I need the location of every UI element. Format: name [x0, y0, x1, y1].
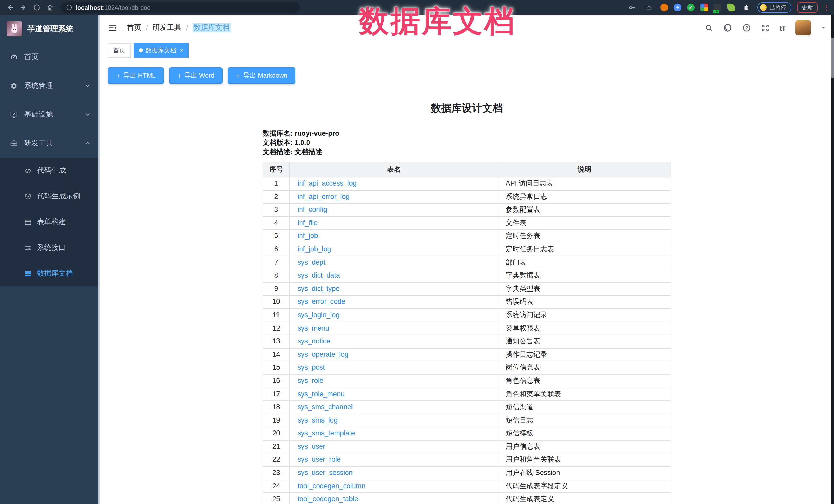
table-desc: 字典类型表 — [499, 283, 671, 295]
home-icon[interactable] — [44, 2, 56, 13]
sidebar-item-dev-tools[interactable]: 研发工具 — [0, 129, 100, 158]
sidebar-item-infrastructure[interactable]: 基础设施 — [0, 100, 100, 129]
table-row: 9 sys_dict_type 字典类型表 — [263, 282, 671, 295]
table-name-link[interactable]: sys_sms_log — [298, 416, 337, 424]
extension-grid-icon[interactable] — [700, 4, 708, 11]
bookmark-star-icon[interactable]: ☆ — [643, 2, 655, 13]
table-row: 25 tool_codegen_table 代码生成表定义 — [263, 493, 671, 504]
close-icon[interactable]: × — [180, 47, 183, 53]
scrollbar-thumb[interactable] — [831, 38, 834, 78]
table-row: 2 inf_api_error_log 系统异常日志 — [263, 190, 671, 203]
table-name-link[interactable]: sys_post — [298, 364, 325, 371]
extension-leaf-icon[interactable] — [727, 4, 735, 11]
table-name-link[interactable]: sys_sms_template — [298, 430, 355, 437]
row-index: 5 — [263, 230, 290, 243]
address-bar[interactable]: localhost:1024/tool/db-doc — [61, 2, 300, 13]
help-icon[interactable]: ? — [742, 23, 751, 32]
user-menu-caret-icon[interactable] — [821, 23, 826, 32]
export-markdown-button[interactable]: + 导出 Markdown — [228, 67, 296, 84]
site-info-icon[interactable] — [66, 4, 72, 11]
table-name-link[interactable]: sys_operate_log — [298, 350, 348, 358]
password-key-icon[interactable] — [627, 2, 638, 13]
table-desc: 参数配置表 — [499, 203, 671, 216]
sidebar-item-code-generation[interactable]: 代码生成 — [0, 158, 100, 183]
breadcrumb-dev-tools[interactable]: 研发工具 — [153, 23, 181, 32]
table-desc: 代码生成表字段定义 — [499, 480, 671, 492]
export-word-button[interactable]: + 导出 Word — [169, 67, 222, 84]
font-size-icon[interactable]: tT — [780, 23, 786, 32]
collapse-sidebar-icon[interactable] — [107, 23, 118, 33]
table-name-link[interactable]: sys_role — [298, 377, 324, 385]
export-html-button[interactable]: + 导出 HTML — [108, 67, 164, 84]
table-desc: 字典数据表 — [499, 269, 671, 282]
reload-icon[interactable] — [31, 2, 42, 13]
table-name-link[interactable]: inf_file — [298, 219, 317, 227]
update-button[interactable]: 更新 — [797, 2, 817, 13]
tag-db-doc[interactable]: 数据库文档 × — [134, 43, 189, 58]
table-name-link[interactable]: inf_api_access_log — [298, 179, 357, 187]
table-name-link[interactable]: sys_login_log — [298, 311, 340, 319]
github-icon[interactable] — [723, 23, 732, 32]
table-name-link[interactable]: inf_api_error_log — [298, 193, 350, 200]
table-name-link[interactable]: sys_user_role — [298, 456, 341, 463]
sidebar-item-form-builder[interactable]: 表单构建 — [0, 209, 100, 235]
browser-menu-icon[interactable]: ⋮ — [823, 4, 830, 11]
table-desc: 定时任务表 — [499, 230, 671, 243]
shield-check-icon — [24, 193, 32, 200]
on-badge: on — [713, 10, 719, 13]
row-index: 24 — [263, 480, 290, 492]
sidebar-item-label: 数据库文档 — [37, 269, 73, 278]
doc-table-body: 1 inf_api_access_log API 访问日志表 2 inf_api… — [263, 177, 671, 504]
search-icon[interactable] — [704, 23, 713, 32]
table-name-link[interactable]: inf_config — [298, 205, 327, 213]
table-name-link[interactable]: tool_codegen_table — [298, 495, 358, 503]
row-index: 1 — [263, 177, 290, 190]
tag-home[interactable]: 首页 — [108, 43, 131, 58]
window-scrollbar[interactable] — [831, 15, 834, 504]
table-desc: 通知公告表 — [499, 335, 671, 348]
table-name-link[interactable]: sys_dict_type — [298, 285, 340, 292]
sidebar-item-system[interactable]: 系统管理 — [0, 71, 100, 100]
table-name-link[interactable]: sys_dept — [298, 258, 325, 266]
row-index: 17 — [263, 388, 290, 400]
app-title: 芋道管理系统 — [27, 24, 73, 34]
export-toolbar: + 导出 HTML + 导出 Word + 导出 Markdown — [108, 67, 826, 84]
table-name-link[interactable]: inf_job_log — [298, 245, 331, 253]
button-label: 导出 Word — [184, 71, 214, 80]
extension-icon[interactable] — [660, 4, 668, 11]
extension-switch-icon[interactable]: on — [714, 4, 722, 11]
row-index: 4 — [263, 217, 290, 229]
table-name-link[interactable]: sys_user — [298, 443, 325, 450]
document-meta: 数据库名: ruoyi-vue-pro 文档版本: 1.0.0 文档描述: 文档… — [263, 129, 671, 157]
plus-icon: + — [177, 72, 181, 79]
button-label: 导出 Markdown — [243, 71, 287, 80]
sidebar-item-db-doc[interactable]: 数据库文档 — [0, 261, 100, 286]
back-icon[interactable] — [4, 2, 16, 13]
forward-icon[interactable] — [18, 2, 29, 13]
table-name-link[interactable]: sys_sms_channel — [298, 403, 353, 411]
sidebar-item-system-api[interactable]: 系统接口 — [0, 235, 100, 261]
row-index: 10 — [263, 296, 290, 308]
extension-pin-icon[interactable] — [674, 4, 681, 11]
table-name-link[interactable]: sys_user_session — [298, 469, 353, 477]
paused-extension-pill[interactable]: 已暂停 — [758, 2, 791, 13]
table-name-link[interactable]: inf_job — [298, 232, 318, 240]
table-desc: 角色信息表 — [499, 375, 671, 387]
breadcrumb-home[interactable]: 首页 — [127, 23, 141, 32]
table-name-link[interactable]: tool_codegen_column — [298, 482, 365, 489]
table-name-link[interactable]: sys_dict_data — [298, 271, 340, 279]
extension-check-icon[interactable]: ✓ — [687, 4, 695, 11]
table-name-link[interactable]: sys_role_menu — [298, 390, 345, 398]
sidebar-item-home[interactable]: 首页 — [0, 43, 100, 71]
row-index: 23 — [263, 467, 290, 479]
table-name-link[interactable]: sys_notice — [298, 337, 330, 345]
column-header: 说明 — [499, 162, 671, 177]
app-logo-row[interactable]: 芋道管理系统 — [0, 15, 100, 43]
user-avatar[interactable] — [795, 20, 811, 36]
row-index: 21 — [263, 440, 290, 453]
sidebar-item-code-demo[interactable]: 代码生成示例 — [0, 183, 100, 209]
fullscreen-icon[interactable] — [761, 23, 770, 32]
table-name-link[interactable]: sys_menu — [298, 324, 329, 332]
table-name-link[interactable]: sys_error_code — [298, 298, 345, 306]
extensions-puzzle-icon[interactable] — [741, 2, 752, 13]
